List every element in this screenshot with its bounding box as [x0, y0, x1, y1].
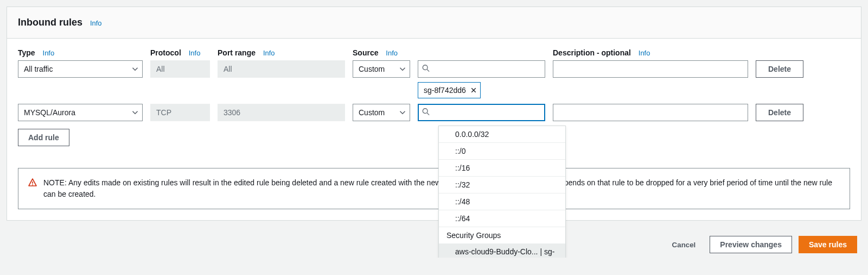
- delete-button[interactable]: Delete: [756, 60, 803, 78]
- dropdown-item[interactable]: ::/64: [439, 210, 565, 227]
- type-select[interactable]: All traffic: [18, 60, 143, 78]
- panel-title: Inbound rules: [18, 17, 82, 28]
- col-protocol-label: Protocol: [150, 48, 181, 57]
- preview-changes-button[interactable]: Preview changes: [710, 236, 792, 253]
- type-select[interactable]: MYSQL/Aurora: [18, 104, 143, 121]
- inbound-rules-panel: Inbound rules Info Type Info Protocol In…: [7, 7, 861, 221]
- source-search-input[interactable]: [418, 60, 545, 78]
- port-field: 3306: [218, 104, 345, 121]
- protocol-field: All: [150, 60, 210, 78]
- col-source-info[interactable]: Info: [386, 49, 398, 57]
- save-rules-button[interactable]: Save rules: [799, 236, 857, 253]
- col-source-label: Source: [353, 48, 378, 57]
- port-field: All: [218, 60, 345, 78]
- dropdown-item[interactable]: ::/0: [439, 143, 565, 160]
- delete-button[interactable]: Delete: [756, 104, 803, 121]
- columns-header: Type Info Protocol Info Port range Info …: [18, 48, 850, 57]
- svg-point-2: [423, 109, 427, 114]
- type-value: MYSQL/Aurora: [24, 108, 75, 117]
- svg-point-0: [423, 65, 427, 70]
- dropdown-item[interactable]: ::/16: [439, 160, 565, 177]
- svg-point-5: [32, 184, 33, 185]
- rule-row: All traffic All All Custom: [18, 60, 850, 98]
- source-tag-text: sg-8f742dd6: [424, 86, 466, 95]
- col-desc-info[interactable]: Info: [639, 49, 650, 57]
- col-type-label: Type: [18, 48, 35, 57]
- description-input[interactable]: [553, 104, 748, 121]
- svg-line-3: [427, 113, 429, 115]
- rule-row: MYSQL/Aurora TCP 3306 Custom: [18, 104, 850, 121]
- col-desc-label: Description - optional: [553, 48, 631, 57]
- note-box: NOTE: Any edits made on existing rules w…: [18, 168, 850, 209]
- protocol-field: TCP: [150, 104, 210, 121]
- panel-body: Type Info Protocol Info Port range Info …: [7, 39, 861, 220]
- remove-tag-button[interactable]: [470, 87, 477, 93]
- source-mode-value: Custom: [359, 65, 385, 73]
- search-icon: [422, 108, 430, 117]
- search-icon: [422, 65, 430, 74]
- col-type-info[interactable]: Info: [43, 49, 55, 57]
- col-protocol-info[interactable]: Info: [189, 49, 201, 57]
- col-port-label: Port range: [218, 48, 256, 57]
- svg-line-1: [427, 70, 429, 72]
- type-value: All traffic: [24, 65, 53, 73]
- dropdown-item[interactable]: 0.0.0.0/32: [439, 126, 565, 143]
- source-tag-chip: sg-8f742dd6: [418, 82, 481, 98]
- source-search-input[interactable]: [418, 104, 545, 121]
- source-dropdown: 0.0.0.0/32 ::/0 ::/16 ::/32 ::/48 ::/64 …: [438, 126, 566, 258]
- source-mode-select[interactable]: Custom: [353, 60, 410, 78]
- description-input[interactable]: [553, 60, 748, 78]
- source-mode-value: Custom: [359, 108, 385, 117]
- dropdown-group-label: Security Groups: [439, 227, 565, 244]
- dropdown-item[interactable]: ::/32: [439, 177, 565, 193]
- panel-header: Inbound rules Info: [7, 7, 861, 39]
- warning-icon: [28, 178, 37, 200]
- cancel-button[interactable]: Cancel: [665, 241, 704, 249]
- add-rule-row: Add rule: [18, 129, 850, 146]
- dropdown-item[interactable]: ::/48: [439, 193, 565, 210]
- col-port-info[interactable]: Info: [263, 49, 275, 57]
- dropdown-item[interactable]: aws-cloud9-Buddy-Clo... | sg-0cbc14de87a…: [439, 244, 565, 258]
- panel-info-link[interactable]: Info: [90, 19, 102, 27]
- source-mode-select[interactable]: Custom: [353, 104, 410, 121]
- footer-actions: Cancel Preview changes Save rules: [0, 227, 868, 258]
- add-rule-button[interactable]: Add rule: [18, 129, 69, 146]
